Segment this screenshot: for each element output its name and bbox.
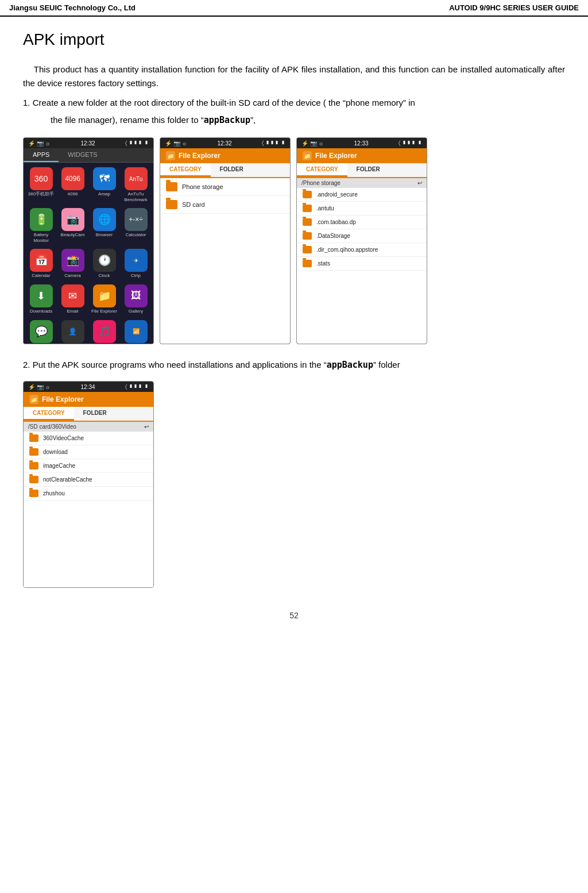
dir-label-360videocache: 360VideoCache — [43, 435, 84, 441]
dir-item-android-secure[interactable]: .android_secure — [297, 188, 427, 202]
app-label-antutu: AnTuTu Benchmark — [122, 191, 150, 202]
file-tab-category-4[interactable]: CATEGORY — [24, 407, 74, 421]
app-amap[interactable]: 🗺 Amap — [89, 165, 119, 205]
app-clock[interactable]: 🕐 Clock — [89, 247, 119, 281]
app-ctrip[interactable]: ✈ Ctrip — [121, 247, 151, 281]
file-tab-folder-4[interactable]: FOLDER — [74, 407, 116, 421]
step2-text: 2. Put the APK source programs who need … — [23, 358, 565, 372]
file-tab-category-3[interactable]: CATEGORY — [297, 163, 347, 177]
app-label-downloads: Downloads — [30, 309, 53, 314]
file-tab-folder-2[interactable]: FOLDER — [211, 163, 253, 177]
app-label-clock: Clock — [98, 273, 110, 279]
tab-apps[interactable]: APPS — [24, 148, 59, 162]
app-calendar[interactable]: 📅 Calendar — [26, 247, 56, 281]
dir-icon-stats — [303, 260, 312, 267]
app-label-browser: Browser — [96, 232, 113, 238]
step1-continuation: the file manager), rename this folder to… — [51, 115, 256, 125]
app-label-camera: Camera — [64, 273, 80, 279]
app-browser[interactable]: 🌐 Browser — [89, 206, 119, 245]
status-bar-1: ⚡ 📷 ☼ 12:32 〈 ▮▮▮ ▮ — [24, 138, 153, 148]
screenshots-row: ⚡ 📷 ☼ 12:32 〈 ▮▮▮ ▮ APPS WIDGETS 360 360… — [23, 137, 565, 344]
intro-text: This product has a quantity installation… — [23, 64, 565, 88]
app-label-4096: 4096 — [68, 191, 78, 197]
dir-icon-download — [29, 448, 38, 456]
file-item-phone-storage[interactable]: Phone storage — [160, 178, 290, 196]
file-dir-list-4: 360VideoCache download imageCache notCle… — [24, 432, 153, 587]
app-network[interactable]: 📶 Network Signal Info — [121, 318, 151, 344]
file-explorer-header-4: 📁 File Explorer — [24, 392, 153, 407]
app-icon-downloads: ⬇ — [30, 284, 53, 307]
app-label-ctrip: Ctrip — [131, 273, 141, 279]
dir-icon-datastorage — [303, 232, 312, 240]
folder-icon-phone-storage — [166, 182, 177, 191]
app-label-file-explorer: File Explorer — [91, 309, 117, 314]
dir-item-qihoo[interactable]: .dir_com.qihoo.appstore — [297, 243, 427, 257]
dir-label-taobao: .com.taobao.dp — [316, 219, 356, 225]
file-path-nav-4[interactable]: ↩ — [144, 424, 149, 430]
status-bar-3: ⚡ 📷 ☼ 12:33 〈 ▮▮▮ ▮ — [297, 138, 427, 148]
dir-item-taobao[interactable]: .com.taobao.dp — [297, 215, 427, 229]
status-icons-right-4: 〈 ▮▮▮ ▮ — [125, 383, 149, 390]
file-tab-category-2[interactable]: CATEGORY — [160, 163, 211, 177]
status-icons-left-3: ⚡ 📷 ☼ — [301, 140, 324, 147]
dir-item-360videocache[interactable]: 360VideoCache — [24, 432, 153, 445]
dir-item-notclearablecache[interactable]: notClearableCache — [24, 473, 153, 487]
file-path-bar-3: /Phone storage ↩ — [297, 178, 427, 188]
file-tabs-4: CATEGORY FOLDER — [24, 407, 153, 422]
app-messaging[interactable]: 💬 Messaging — [26, 318, 56, 344]
page-title: APK import — [23, 30, 565, 49]
app-file-explorer[interactable]: 📁 File Explorer — [89, 282, 119, 317]
file-tabs-2: CATEGORY FOLDER — [160, 163, 290, 178]
app-4096[interactable]: 4096 4096 — [57, 165, 88, 205]
app-label-beautycam: BeautyCam — [61, 232, 85, 238]
app-downloads[interactable]: ⬇ Downloads — [26, 282, 56, 317]
app-music[interactable]: 🎵 Music — [89, 318, 119, 344]
app-360[interactable]: 360 360手机助手 — [26, 165, 56, 205]
dir-label-android-secure: .android_secure — [316, 191, 358, 198]
step1-subtext: the file manager), rename this folder to… — [51, 113, 565, 127]
app-icon-mobile-butler: 👤 — [61, 320, 84, 343]
app-gallery[interactable]: 🖼 Gallery — [121, 282, 151, 317]
file-label-phone-storage: Phone storage — [182, 183, 223, 190]
app-email[interactable]: ✉ Email — [57, 282, 88, 317]
app-grid-screen: APPS WIDGETS 360 360手机助手 4096 4096 🗺 Ama… — [24, 148, 153, 344]
screenshot-file-explorer-3: ⚡ 📷 ☼ 12:34 〈 ▮▮▮ ▮ 📁 File Explorer CATE… — [23, 381, 154, 588]
file-explorer-title-2: File Explorer — [179, 152, 220, 160]
app-mobile-butler[interactable]: 👤 Mobile Butler — [57, 318, 88, 344]
status-time-3: 12:33 — [354, 140, 369, 147]
dir-icon-qihoo — [303, 246, 312, 253]
file-screen-4: 📁 File Explorer CATEGORY FOLDER /SD card… — [24, 392, 153, 587]
app-icon-antutu: AnTu — [125, 167, 148, 190]
dir-item-download[interactable]: download — [24, 445, 153, 459]
app-icon-messaging: 💬 — [30, 320, 53, 343]
section2: 2. Put the APK source programs who need … — [23, 358, 565, 588]
file-item-sd-card[interactable]: SD card — [160, 196, 290, 214]
app-beautycam[interactable]: 📷 BeautyCam — [57, 206, 88, 245]
app-battery[interactable]: 🔋 Battery Monitor — [26, 206, 56, 245]
dir-item-datastorage[interactable]: .DataStorage — [297, 229, 427, 243]
app-antutu[interactable]: AnTu AnTuTu Benchmark — [121, 165, 151, 205]
file-tab-folder-3[interactable]: FOLDER — [347, 163, 389, 177]
guide-title: AUTOID 9/9HC SERIES USER GUIDE — [449, 3, 579, 12]
step1-text: 1. Create a new folder at the root direc… — [23, 96, 565, 110]
app-icon-4096: 4096 — [61, 167, 84, 190]
app-icon-clock: 🕐 — [93, 249, 116, 272]
dir-item-imagecache[interactable]: imageCache — [24, 459, 153, 473]
status-icons-right-3: 〈 ▮▮▮ ▮ — [399, 140, 422, 147]
dir-item-zhushou[interactable]: zhushou — [24, 487, 153, 501]
app-icon-360: 360 — [30, 167, 53, 190]
app-camera[interactable]: 📸 Camera — [57, 247, 88, 281]
file-screen-3: 📁 File Explorer CATEGORY FOLDER /Phone s… — [297, 148, 427, 344]
file-path-text-3: /Phone storage — [301, 180, 341, 186]
dir-item-stats[interactable]: .stats — [297, 257, 427, 271]
dir-icon-zhushou — [29, 490, 38, 497]
dir-label-notclearablecache: notClearableCache — [43, 476, 92, 483]
app-calculator[interactable]: +-×÷ Calculator — [121, 206, 151, 245]
app-label-battery: Battery Monitor — [27, 232, 55, 243]
dir-item-antutu[interactable]: .antutu — [297, 202, 427, 215]
file-tabs-3: CATEGORY FOLDER — [297, 163, 427, 178]
app-icon-network: 📶 — [125, 320, 148, 343]
file-path-text-4: /SD card/360Video — [28, 424, 76, 430]
file-path-nav-3[interactable]: ↩ — [417, 180, 422, 186]
tab-widgets[interactable]: WIDGETS — [59, 148, 106, 162]
